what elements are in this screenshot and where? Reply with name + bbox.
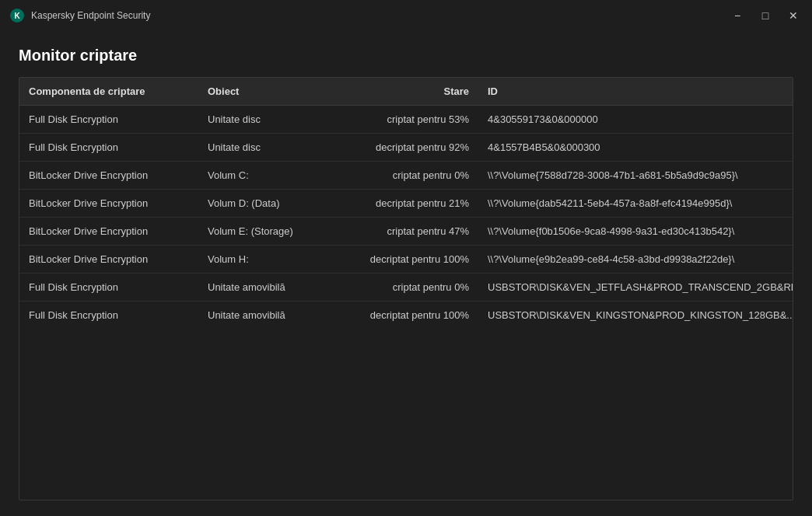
cell-stare: criptat pentru 0% bbox=[327, 162, 478, 190]
cell-stare: decriptat pentru 21% bbox=[327, 190, 478, 218]
cell-stare: decriptat pentru 92% bbox=[327, 134, 478, 162]
titlebar-title: Kaspersky Endpoint Security bbox=[31, 10, 150, 21]
cell-obiect: Volum H: bbox=[198, 246, 327, 274]
close-icon: ✕ bbox=[789, 9, 798, 22]
titlebar: K Kaspersky Endpoint Security − □ ✕ bbox=[0, 0, 812, 31]
cell-obiect: Volum E: (Storage) bbox=[198, 218, 327, 246]
cell-id: USBSTOR\DISK&VEN_KINGSTON&PROD_KINGSTON_… bbox=[478, 302, 793, 329]
encryption-table-header: Componenta de criptare Obiect Stare ID bbox=[19, 78, 793, 106]
cell-id: \\?\Volume{f0b1506e-9ca8-4998-9a31-ed30c… bbox=[478, 218, 793, 246]
col-componenta: Componenta de criptare bbox=[19, 78, 198, 106]
cell-id: USBSTOR\DISK&VEN_JETFLASH&PROD_TRANSCEND… bbox=[478, 274, 793, 302]
cell-obiect: Unitate disc bbox=[198, 106, 327, 134]
cell-obiect: Volum D: (Data) bbox=[198, 190, 327, 218]
encryption-table-body: Full Disk EncryptionUnitate disccriptat … bbox=[19, 106, 793, 329]
minimize-icon: − bbox=[734, 9, 740, 22]
cell-obiect: Unitate amovibilă bbox=[198, 302, 327, 329]
cell-id: 4&1557B4B5&0&000300 bbox=[478, 134, 793, 162]
table-body: Full Disk EncryptionUnitate disccriptat … bbox=[19, 106, 793, 329]
col-obiect: Obiect bbox=[198, 78, 327, 106]
table-header-row: Componenta de criptare Obiect Stare ID bbox=[19, 78, 793, 106]
encryption-monitor-table-container: Componenta de criptare Obiect Stare ID bbox=[19, 77, 793, 500]
kaspersky-logo: K bbox=[9, 8, 25, 23]
cell-obiect: Volum C: bbox=[198, 162, 327, 190]
titlebar-left: K Kaspersky Endpoint Security bbox=[9, 8, 150, 23]
cell-componenta: BitLocker Drive Encryption bbox=[19, 218, 198, 246]
cell-obiect: Unitate amovibilă bbox=[198, 274, 327, 302]
cell-id: 4&30559173&0&000000 bbox=[478, 106, 793, 134]
cell-componenta: Full Disk Encryption bbox=[19, 134, 198, 162]
restore-icon: □ bbox=[762, 9, 768, 22]
table-row: BitLocker Drive EncryptionVolum H:decrip… bbox=[19, 246, 793, 274]
cell-componenta: BitLocker Drive Encryption bbox=[19, 190, 198, 218]
table-row: Full Disk EncryptionUnitate discdecripta… bbox=[19, 134, 793, 162]
cell-id: \\?\Volume{dab54211-5eb4-457a-8a8f-efc41… bbox=[478, 190, 793, 218]
page-title: Monitor criptare bbox=[19, 47, 793, 64]
cell-componenta: BitLocker Drive Encryption bbox=[19, 246, 198, 274]
table-row: BitLocker Drive EncryptionVolum E: (Stor… bbox=[19, 218, 793, 246]
restore-button[interactable]: □ bbox=[753, 5, 778, 26]
cell-id: \\?\Volume{e9b2ea99-ce84-4c58-a3bd-d9938… bbox=[478, 246, 793, 274]
table-row: Full Disk EncryptionUnitate disccriptat … bbox=[19, 106, 793, 134]
cell-stare: criptat pentru 47% bbox=[327, 218, 478, 246]
cell-stare: criptat pentru 53% bbox=[327, 106, 478, 134]
cell-componenta: Full Disk Encryption bbox=[19, 302, 198, 329]
cell-componenta: Full Disk Encryption bbox=[19, 106, 198, 134]
table-body-scroll[interactable]: Full Disk EncryptionUnitate disccriptat … bbox=[19, 106, 793, 500]
col-stare: Stare bbox=[327, 78, 478, 106]
table-row: Full Disk EncryptionUnitate amovibilăcri… bbox=[19, 274, 793, 302]
cell-stare: criptat pentru 0% bbox=[327, 274, 478, 302]
cell-stare: decriptat pentru 100% bbox=[327, 302, 478, 329]
cell-id: \\?\Volume{7588d728-3008-47b1-a681-5b5a9… bbox=[478, 162, 793, 190]
table-row: BitLocker Drive EncryptionVolum C:cripta… bbox=[19, 162, 793, 190]
cell-obiect: Unitate disc bbox=[198, 134, 327, 162]
cell-componenta: Full Disk Encryption bbox=[19, 274, 198, 302]
minimize-button[interactable]: − bbox=[725, 5, 750, 26]
cell-componenta: BitLocker Drive Encryption bbox=[19, 162, 198, 190]
table-row: BitLocker Drive EncryptionVolum D: (Data… bbox=[19, 190, 793, 218]
app-window: K Kaspersky Endpoint Security − □ ✕ Moni… bbox=[0, 0, 812, 516]
titlebar-controls: − □ ✕ bbox=[725, 5, 806, 26]
col-id: ID bbox=[478, 78, 793, 106]
table-row: Full Disk EncryptionUnitate amovibilădec… bbox=[19, 302, 793, 329]
close-button[interactable]: ✕ bbox=[781, 5, 806, 26]
main-content: Monitor criptare Componenta de criptare … bbox=[0, 31, 812, 516]
cell-stare: decriptat pentru 100% bbox=[327, 246, 478, 274]
svg-text:K: K bbox=[14, 12, 20, 20]
